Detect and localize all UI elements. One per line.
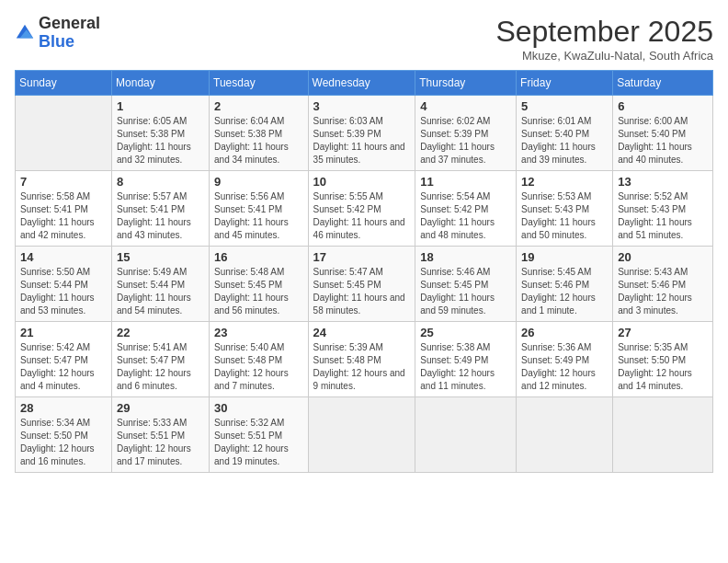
day-info: Sunrise: 5:58 AMSunset: 5:41 PMDaylight:… <box>20 190 107 242</box>
calendar-cell: 23Sunrise: 5:40 AMSunset: 5:48 PMDayligh… <box>210 322 309 397</box>
calendar-cell: 20Sunrise: 5:43 AMSunset: 5:46 PMDayligh… <box>613 247 713 322</box>
calendar-cell: 21Sunrise: 5:42 AMSunset: 5:47 PMDayligh… <box>16 322 112 397</box>
calendar-cell: 26Sunrise: 5:36 AMSunset: 5:49 PMDayligh… <box>517 322 613 397</box>
location-subtitle: Mkuze, KwaZulu-Natal, South Africa <box>495 49 713 63</box>
day-info: Sunrise: 5:40 AMSunset: 5:48 PMDaylight:… <box>214 341 303 393</box>
calendar-cell <box>613 397 713 473</box>
day-number: 17 <box>313 250 411 264</box>
calendar-cell: 5Sunrise: 6:01 AMSunset: 5:40 PMDaylight… <box>517 96 613 171</box>
day-info: Sunrise: 5:33 AMSunset: 5:51 PMDaylight:… <box>117 417 204 468</box>
day-number: 23 <box>214 326 303 339</box>
day-info: Sunrise: 5:55 AMSunset: 5:42 PMDaylight:… <box>313 190 411 242</box>
day-info: Sunrise: 5:32 AMSunset: 5:51 PMDaylight:… <box>214 417 303 468</box>
calendar-cell: 12Sunrise: 5:53 AMSunset: 5:43 PMDayligh… <box>517 171 613 247</box>
day-number: 27 <box>618 326 708 339</box>
calendar-cell: 8Sunrise: 5:57 AMSunset: 5:41 PMDaylight… <box>112 171 210 247</box>
day-info: Sunrise: 5:53 AMSunset: 5:43 PMDaylight:… <box>521 190 608 242</box>
day-info: Sunrise: 5:52 AMSunset: 5:43 PMDaylight:… <box>618 190 708 242</box>
day-number: 21 <box>20 326 107 339</box>
day-number: 7 <box>20 175 107 189</box>
calendar-cell: 15Sunrise: 5:49 AMSunset: 5:44 PMDayligh… <box>112 247 210 322</box>
calendar-cell: 22Sunrise: 5:41 AMSunset: 5:47 PMDayligh… <box>112 322 210 397</box>
day-info: Sunrise: 6:03 AMSunset: 5:39 PMDaylight:… <box>313 115 411 167</box>
day-number: 19 <box>521 250 608 264</box>
calendar-cell: 1Sunrise: 6:05 AMSunset: 5:38 PMDaylight… <box>112 96 210 171</box>
day-number: 15 <box>117 250 204 264</box>
calendar-week-row: 28Sunrise: 5:34 AMSunset: 5:50 PMDayligh… <box>16 397 713 473</box>
day-info: Sunrise: 5:45 AMSunset: 5:46 PMDaylight:… <box>521 266 608 317</box>
logo-text: General Blue <box>39 15 100 52</box>
logo-blue: Blue <box>39 32 74 51</box>
day-info: Sunrise: 5:42 AMSunset: 5:47 PMDaylight:… <box>20 341 107 393</box>
day-info: Sunrise: 6:01 AMSunset: 5:40 PMDaylight:… <box>521 115 608 167</box>
calendar-week-row: 1Sunrise: 6:05 AMSunset: 5:38 PMDaylight… <box>16 96 713 171</box>
day-info: Sunrise: 5:36 AMSunset: 5:49 PMDaylight:… <box>521 341 608 393</box>
day-number: 30 <box>214 401 303 415</box>
day-info: Sunrise: 5:49 AMSunset: 5:44 PMDaylight:… <box>117 266 204 317</box>
day-info: Sunrise: 6:04 AMSunset: 5:38 PMDaylight:… <box>214 115 303 167</box>
calendar-cell <box>415 397 517 473</box>
calendar-cell: 17Sunrise: 5:47 AMSunset: 5:45 PMDayligh… <box>308 247 415 322</box>
day-info: Sunrise: 5:46 AMSunset: 5:45 PMDaylight:… <box>420 266 511 317</box>
title-section: September 2025 Mkuze, KwaZulu-Natal, Sou… <box>495 15 713 63</box>
calendar-cell: 16Sunrise: 5:48 AMSunset: 5:45 PMDayligh… <box>210 247 309 322</box>
calendar-cell: 24Sunrise: 5:39 AMSunset: 5:48 PMDayligh… <box>308 322 415 397</box>
calendar-cell: 30Sunrise: 5:32 AMSunset: 5:51 PMDayligh… <box>210 397 309 473</box>
day-number: 5 <box>521 99 608 113</box>
weekday-header-thursday: Thursday <box>415 71 517 96</box>
weekday-header-friday: Friday <box>517 71 613 96</box>
calendar-cell: 9Sunrise: 5:56 AMSunset: 5:41 PMDaylight… <box>210 171 309 247</box>
day-number: 24 <box>313 326 411 339</box>
logo: General Blue <box>15 15 100 52</box>
calendar-cell: 25Sunrise: 5:38 AMSunset: 5:49 PMDayligh… <box>415 322 517 397</box>
calendar-cell: 18Sunrise: 5:46 AMSunset: 5:45 PMDayligh… <box>415 247 517 322</box>
calendar-cell: 11Sunrise: 5:54 AMSunset: 5:42 PMDayligh… <box>415 171 517 247</box>
day-number: 25 <box>420 326 511 339</box>
calendar-cell: 19Sunrise: 5:45 AMSunset: 5:46 PMDayligh… <box>517 247 613 322</box>
day-info: Sunrise: 5:38 AMSunset: 5:49 PMDaylight:… <box>420 341 511 393</box>
day-info: Sunrise: 5:48 AMSunset: 5:45 PMDaylight:… <box>214 266 303 317</box>
day-info: Sunrise: 5:41 AMSunset: 5:47 PMDaylight:… <box>117 341 204 393</box>
logo-general: General <box>39 14 100 32</box>
day-info: Sunrise: 6:05 AMSunset: 5:38 PMDaylight:… <box>117 115 204 167</box>
calendar-cell: 29Sunrise: 5:33 AMSunset: 5:51 PMDayligh… <box>112 397 210 473</box>
calendar-cell <box>517 397 613 473</box>
day-number: 1 <box>117 99 204 113</box>
day-info: Sunrise: 5:39 AMSunset: 5:48 PMDaylight:… <box>313 341 411 393</box>
day-number: 10 <box>313 175 411 189</box>
day-info: Sunrise: 5:35 AMSunset: 5:50 PMDaylight:… <box>618 341 708 393</box>
day-info: Sunrise: 5:34 AMSunset: 5:50 PMDaylight:… <box>20 417 107 468</box>
page-header: General Blue September 2025 Mkuze, KwaZu… <box>15 15 713 63</box>
calendar-week-row: 21Sunrise: 5:42 AMSunset: 5:47 PMDayligh… <box>16 322 713 397</box>
day-info: Sunrise: 5:54 AMSunset: 5:42 PMDaylight:… <box>420 190 511 242</box>
day-number: 18 <box>420 250 511 264</box>
day-number: 4 <box>420 99 511 113</box>
day-number: 13 <box>618 175 708 189</box>
day-info: Sunrise: 5:43 AMSunset: 5:46 PMDaylight:… <box>618 266 708 317</box>
day-number: 8 <box>117 175 204 189</box>
weekday-header-tuesday: Tuesday <box>210 71 309 96</box>
month-title: September 2025 <box>495 15 713 49</box>
day-number: 2 <box>214 99 303 113</box>
calendar-week-row: 14Sunrise: 5:50 AMSunset: 5:44 PMDayligh… <box>16 247 713 322</box>
day-number: 3 <box>313 99 411 113</box>
day-info: Sunrise: 6:00 AMSunset: 5:40 PMDaylight:… <box>618 115 708 167</box>
day-number: 9 <box>214 175 303 189</box>
calendar-cell: 7Sunrise: 5:58 AMSunset: 5:41 PMDaylight… <box>16 171 112 247</box>
day-number: 20 <box>618 250 708 264</box>
weekday-header-row: SundayMondayTuesdayWednesdayThursdayFrid… <box>16 71 713 96</box>
calendar-cell <box>308 397 415 473</box>
day-number: 26 <box>521 326 608 339</box>
logo-icon <box>15 23 35 43</box>
calendar-cell: 13Sunrise: 5:52 AMSunset: 5:43 PMDayligh… <box>613 171 713 247</box>
day-number: 29 <box>117 401 204 415</box>
weekday-header-monday: Monday <box>112 71 210 96</box>
calendar-cell: 2Sunrise: 6:04 AMSunset: 5:38 PMDaylight… <box>210 96 309 171</box>
day-info: Sunrise: 5:57 AMSunset: 5:41 PMDaylight:… <box>117 190 204 242</box>
calendar-cell: 10Sunrise: 5:55 AMSunset: 5:42 PMDayligh… <box>308 171 415 247</box>
weekday-header-saturday: Saturday <box>613 71 713 96</box>
day-number: 6 <box>618 99 708 113</box>
day-number: 16 <box>214 250 303 264</box>
weekday-header-wednesday: Wednesday <box>308 71 415 96</box>
weekday-header-sunday: Sunday <box>16 71 112 96</box>
